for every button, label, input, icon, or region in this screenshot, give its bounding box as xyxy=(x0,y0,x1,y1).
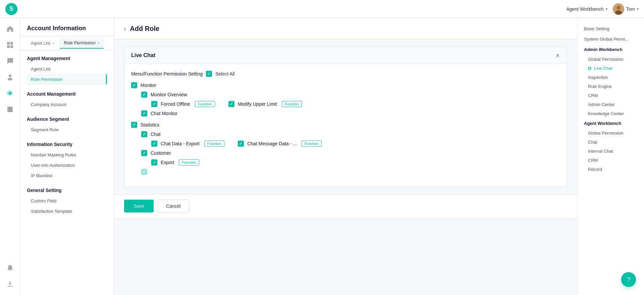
nav-item-role-permission[interactable]: Role Permission xyxy=(27,74,107,85)
top-header: S Agent Workbench ▾ Tom ▾ xyxy=(0,0,644,18)
tab-role-permission-close[interactable]: × xyxy=(98,41,100,45)
nav-item-user-info-auth[interactable]: User-info Authorization xyxy=(27,160,107,170)
right-panel-record-label: Record xyxy=(588,167,602,172)
tabs-bar: Agent List × Role Permission × xyxy=(20,36,114,50)
right-panel-internal-chat[interactable]: Internal Chat xyxy=(577,147,644,156)
perm-label-forced-offline: Forced Offline xyxy=(161,101,190,107)
user-chevron: ▾ xyxy=(637,7,639,11)
perm-label-modify-upper-limit: Modify Upper Limit xyxy=(238,101,277,107)
right-panel-internal-chat-label: Internal Chat xyxy=(588,149,613,154)
right-panel-global-perm-agent-label: Global Permission xyxy=(588,131,624,136)
right-panel-knowledge-center[interactable]: Knowledge Center xyxy=(577,109,644,118)
right-panel-live-chat-label: Live Chat xyxy=(594,66,612,71)
right-panel-admin-center[interactable]: Admin Center xyxy=(577,100,644,109)
checkbox-customer[interactable] xyxy=(141,150,147,156)
right-panel-rule-engine-label: Rule Engine xyxy=(588,84,612,89)
checkbox-chat-monitor[interactable] xyxy=(141,110,147,116)
tab-agent-list-close[interactable]: × xyxy=(52,41,54,45)
right-panel-basic-setting[interactable]: Basic Setting xyxy=(577,23,644,34)
select-all-checkbox[interactable] xyxy=(206,71,212,77)
right-panel-live-chat[interactable]: Live Chat xyxy=(577,64,644,73)
select-all-label: Select All xyxy=(215,71,235,77)
nav-section-general: General Setting Custom Field Satisfactio… xyxy=(20,182,114,218)
checkbox-monitor-overview[interactable] xyxy=(141,92,147,98)
nav-section-agent-mgmt-title: Agent Management xyxy=(27,56,107,61)
sidebar-item-person[interactable] xyxy=(3,70,17,84)
nav-section-account-mgmt: Account Management Company Account xyxy=(20,86,114,111)
svg-rect-5 xyxy=(7,45,10,48)
sidebar-item-home[interactable] xyxy=(3,22,17,36)
tab-agent-list-label: Agent List xyxy=(31,41,50,46)
checkbox-statistics[interactable] xyxy=(131,122,137,128)
right-panel-knowledge-center-label: Knowledge Center xyxy=(588,111,624,116)
badge-forced-offline: Function xyxy=(195,101,215,107)
right-panel-chat-agent[interactable]: Chat xyxy=(577,138,644,147)
right-panel-crm-admin[interactable]: CRM xyxy=(577,91,644,100)
tab-role-permission[interactable]: Role Permission × xyxy=(60,38,104,49)
nav-section-audience-title: Audience Segment xyxy=(27,116,107,122)
nav-item-satisfaction-template[interactable]: Satisfaction Template xyxy=(27,206,107,216)
checkbox-modify-upper-limit[interactable] xyxy=(228,101,234,107)
right-panel-system-global[interactable]: System Global Permi... xyxy=(577,34,644,44)
right-panel-crm-admin-label: CRM xyxy=(588,93,598,98)
perm-row-statistics: Statistics xyxy=(131,122,560,128)
right-panel-record[interactable]: Record xyxy=(577,165,644,174)
checkbox-more[interactable] xyxy=(141,169,147,175)
perm-label-chat: Chat xyxy=(151,132,161,137)
nav-item-company-account[interactable]: Company Account xyxy=(27,99,107,110)
svg-point-1 xyxy=(616,6,621,10)
avatar-image xyxy=(613,3,624,15)
sidebar-item-book[interactable] xyxy=(3,103,17,116)
right-panel-crm-agent[interactable]: CRM xyxy=(577,156,644,165)
nav-section-audience: Audience Segment Segment Rule xyxy=(20,111,114,136)
user-name: Tom xyxy=(626,6,635,12)
nav-item-segment-rule[interactable]: Segment Rule xyxy=(27,125,107,135)
sidebar-item-settings[interactable] xyxy=(3,87,17,100)
cancel-button[interactable]: Cancel xyxy=(158,200,189,212)
header-right: Agent Workbench ▾ Tom ▾ xyxy=(567,3,639,15)
main-content: ‹ Add Role Live Chat ∧ Menu/Function Per… xyxy=(114,18,644,295)
agent-workbench-chevron: ▾ xyxy=(606,7,607,11)
left-nav: Account Information Agent List × Role Pe… xyxy=(20,18,114,295)
nav-section-general-title: General Setting xyxy=(27,188,107,193)
perm-grandchild-row-export: Export Function xyxy=(151,159,560,165)
save-button[interactable]: Save xyxy=(124,200,154,212)
checkbox-chat-data-export[interactable] xyxy=(151,141,157,147)
sidebar-item-grid[interactable] xyxy=(3,38,17,52)
permission-card-header: Live Chat ∧ xyxy=(124,47,567,64)
tab-agent-list[interactable]: Agent List × xyxy=(27,38,58,48)
user-btn[interactable]: Tom ▾ xyxy=(613,3,639,15)
right-panel-inspection[interactable]: Inspection xyxy=(577,73,644,82)
nav-item-agent-list[interactable]: Agent List xyxy=(27,64,107,74)
sidebar-item-download[interactable] xyxy=(3,278,17,291)
back-button[interactable]: ‹ xyxy=(124,26,126,32)
nav-item-ip-blacklist[interactable]: IP Blacklist xyxy=(27,170,107,181)
nav-item-number-masking[interactable]: Number Masking Rules xyxy=(27,150,107,160)
select-all-row: Menu/Function Permission Setting Select … xyxy=(131,71,560,77)
perm-child-customer: Customer xyxy=(141,150,560,156)
checkbox-chat-message-data[interactable] xyxy=(238,141,244,147)
right-panel-global-perm-admin[interactable]: Global Permission xyxy=(577,55,644,64)
checkbox-forced-offline[interactable] xyxy=(151,101,157,107)
badge-export: Function xyxy=(179,159,199,165)
checkbox-export[interactable] xyxy=(151,159,157,165)
tab-role-permission-label: Role Permission xyxy=(64,40,96,45)
sidebar-item-bell[interactable] xyxy=(3,261,17,275)
perm-two-col-chat: Chat Data - Export Function Chat Message… xyxy=(151,141,322,147)
perm-child-chat: Chat xyxy=(141,131,560,137)
checkbox-chat[interactable] xyxy=(141,131,147,137)
agent-workbench-btn[interactable]: Agent Workbench ▾ xyxy=(567,6,607,12)
right-panel: Basic Setting System Global Permi... Adm… xyxy=(577,18,644,295)
nav-section-info-security-title: Information Security xyxy=(27,142,107,147)
checkbox-monitor[interactable] xyxy=(131,82,137,88)
collapse-icon[interactable]: ∧ xyxy=(556,52,560,58)
right-panel-rule-engine[interactable]: Rule Engine xyxy=(577,82,644,91)
sidebar-item-chat[interactable] xyxy=(3,54,17,68)
perm-two-col-monitor: Forced Offline Function Modify Upper Lim… xyxy=(151,101,302,107)
nav-item-custom-field[interactable]: Custom Field xyxy=(27,196,107,206)
perm-label-chat-data-export: Chat Data - Export xyxy=(161,141,200,146)
perm-label-monitor: Monitor xyxy=(141,83,156,88)
right-panel-crm-agent-label: CRM xyxy=(588,158,598,163)
help-fab[interactable]: ? xyxy=(621,272,636,287)
right-panel-global-perm-agent[interactable]: Global Permission xyxy=(577,129,644,138)
